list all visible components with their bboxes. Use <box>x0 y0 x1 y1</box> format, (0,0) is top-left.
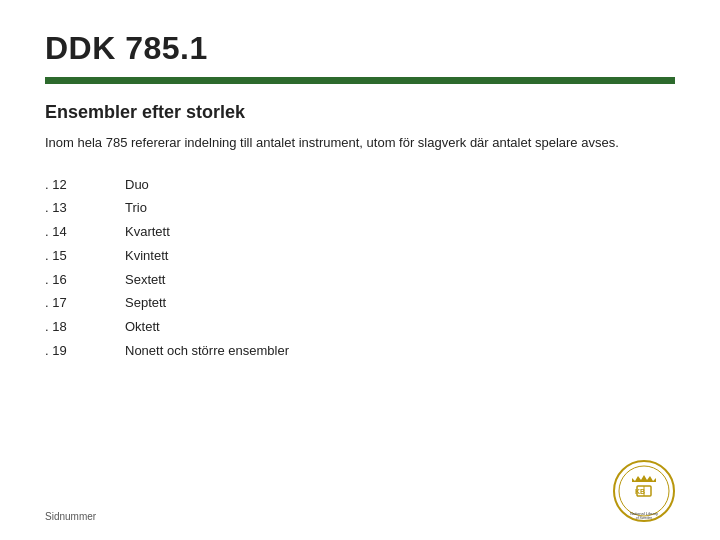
list-item: . 19Nonett och större ensembler <box>45 341 675 362</box>
ensemble-code: . 12 <box>45 175 125 196</box>
ensemble-code: . 17 <box>45 293 125 314</box>
ensemble-label: Kvintett <box>125 246 168 267</box>
ensemble-label: Oktett <box>125 317 160 338</box>
ensemble-code: . 18 <box>45 317 125 338</box>
svg-text:of Sweden: of Sweden <box>636 516 653 520</box>
ensemble-label: Nonett och större ensembler <box>125 341 289 362</box>
green-divider <box>45 77 675 84</box>
ensemble-label: Septett <box>125 293 166 314</box>
ensemble-label: Trio <box>125 198 147 219</box>
ensemble-code: . 14 <box>45 222 125 243</box>
list-item: . 16Sextett <box>45 270 675 291</box>
list-item: . 18Oktett <box>45 317 675 338</box>
ensemble-list: . 12Duo. 13Trio. 14Kvartett. 15Kvintett.… <box>45 175 675 362</box>
ensemble-label: Kvartett <box>125 222 170 243</box>
list-item: . 12Duo <box>45 175 675 196</box>
page-title: DDK 785.1 <box>45 30 675 67</box>
page: DDK 785.1 Ensembler efter storlek Inom h… <box>0 0 720 540</box>
kb-logo-icon: National Library of Sweden KB <box>613 460 675 522</box>
ensemble-code: . 15 <box>45 246 125 267</box>
list-item: . 13Trio <box>45 198 675 219</box>
svg-text:KB: KB <box>635 488 645 495</box>
sidnummer-label: Sidnummer <box>45 511 96 522</box>
description-text: Inom hela 785 refererar indelning till a… <box>45 133 625 153</box>
ensemble-code: . 16 <box>45 270 125 291</box>
logo: National Library of Sweden KB <box>613 460 675 522</box>
list-item: . 14Kvartett <box>45 222 675 243</box>
ensemble-code: . 13 <box>45 198 125 219</box>
list-item: . 15Kvintett <box>45 246 675 267</box>
footer: Sidnummer National Library of Sweden KB <box>45 460 675 522</box>
list-item: . 17Septett <box>45 293 675 314</box>
ensemble-label: Duo <box>125 175 149 196</box>
section-heading: Ensembler efter storlek <box>45 102 675 123</box>
ensemble-code: . 19 <box>45 341 125 362</box>
ensemble-label: Sextett <box>125 270 165 291</box>
